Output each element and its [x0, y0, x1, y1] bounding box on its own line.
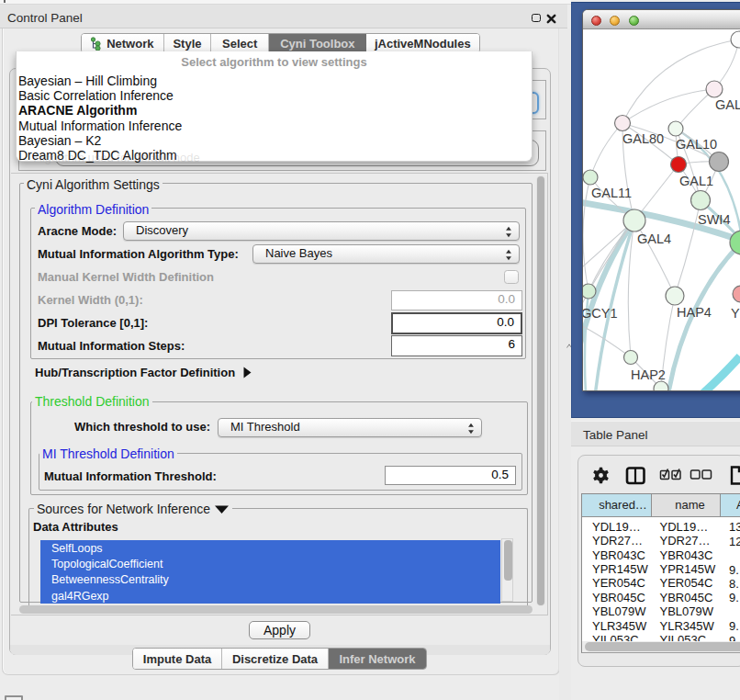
svg-text:HAP4: HAP4	[677, 305, 712, 320]
svg-text:GCY1: GCY1	[583, 306, 618, 321]
svg-text:GAL: GAL	[715, 97, 740, 112]
svg-text:GAL1: GAL1	[679, 174, 713, 188]
svg-text:GAL80: GAL80	[622, 131, 664, 146]
svg-text:Y: Y	[731, 306, 740, 321]
svg-text:GAL11: GAL11	[591, 186, 632, 200]
svg-text:SWI4: SWI4	[698, 212, 730, 227]
svg-text:HAP2: HAP2	[631, 367, 666, 382]
svg-text:GAL10: GAL10	[676, 137, 717, 152]
svg-text:GAL4: GAL4	[637, 231, 671, 246]
